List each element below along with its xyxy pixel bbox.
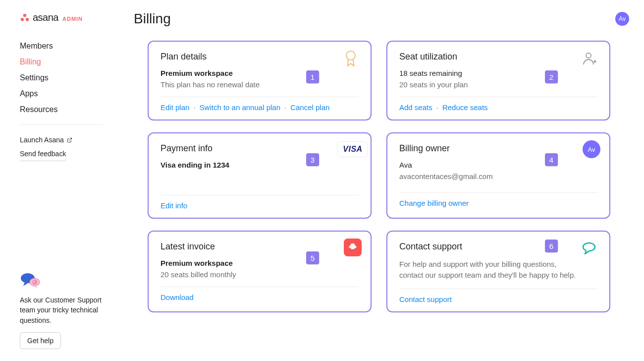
owner-name: Ava (399, 161, 597, 169)
card-billing-owner: Av 4 Billing owner Ava avacontentaces@gm… (386, 132, 610, 219)
sidebar-separator (20, 124, 103, 125)
plan-renewal: This plan has no renewal date (161, 80, 359, 89)
edit-plan-link[interactable]: Edit plan (161, 103, 189, 112)
svg-point-0 (23, 13, 27, 17)
cancel-plan-link[interactable]: Cancel plan (290, 103, 329, 112)
svg-point-5 (30, 278, 40, 286)
card-title: Seat utilization (399, 52, 597, 62)
get-help-button[interactable]: Get help (20, 332, 61, 349)
card-actions: Edit plan · Switch to an annual plan · C… (161, 97, 359, 112)
card-latest-invoice: 5 Latest invoice Premium workspace 20 se… (148, 231, 372, 312)
seats-total: 20 seats in your plan (399, 80, 597, 89)
callout-badge-4: 4 (545, 153, 558, 166)
card-title: Latest invoice (161, 241, 359, 252)
card-actions: Download (161, 287, 359, 301)
launch-asana-link[interactable]: Launch Asana (20, 133, 119, 147)
sidebar-item-apps[interactable]: Apps (20, 86, 119, 102)
card-actions: Contact support (399, 289, 597, 303)
card-actions: Change billing owner (399, 192, 597, 207)
help-text: Ask our Customer Support team your trick… (20, 295, 109, 325)
send-feedback-link[interactable]: Send feedback (20, 147, 66, 161)
sidebar: asana ADMIN Members Billing Settings App… (0, 0, 119, 361)
callout-badge-5: 5 (306, 251, 319, 264)
chat-bubbles-icon (20, 272, 109, 287)
callout-badge-3: 3 (306, 153, 319, 166)
support-body: For help and support with your billing q… (399, 259, 583, 281)
edit-payment-link[interactable]: Edit info (161, 201, 187, 210)
card-last4: Visa ending in 1234 (161, 161, 359, 169)
card-title: Billing owner (399, 143, 597, 154)
card-contact-support: 6 Contact support For help and support w… (386, 231, 610, 312)
user-avatar[interactable]: Av (615, 12, 629, 26)
owner-avatar-wrap: Av (583, 140, 600, 158)
card-actions: Edit info (161, 195, 359, 210)
help-block: Ask our Customer Support team your trick… (20, 272, 109, 349)
billing-grid: 1 Plan details Premium workspace This pl… (148, 41, 610, 312)
reduce-seats-link[interactable]: Reduce seats (442, 103, 488, 112)
svg-line-3 (69, 138, 71, 140)
brand-logo: asana ADMIN (20, 12, 119, 23)
visa-card-icon: VISA (344, 140, 362, 158)
seats-remaining: 18 seats remaining (399, 69, 597, 77)
invoice-plan: Premium workspace (161, 259, 359, 267)
card-title: Contact support (399, 241, 597, 252)
callout-badge-1: 1 (306, 70, 319, 83)
card-plan-details: 1 Plan details Premium workspace This pl… (148, 41, 372, 120)
ribbon-badge-icon (342, 50, 360, 67)
asana-dots-icon (20, 13, 30, 23)
svg-point-6 (346, 51, 355, 60)
add-seats-link[interactable]: Add seats (399, 103, 432, 112)
brand-name: asana (33, 12, 58, 23)
card-seat-utilization: 2 Seat utilization 18 seats remaining 20… (386, 41, 610, 120)
page-title: Billing (134, 11, 171, 27)
chat-bubble-icon (581, 240, 598, 257)
sidebar-nav: Members Billing Settings Apps Resources (20, 38, 119, 118)
sidebar-item-resources[interactable]: Resources (20, 102, 119, 118)
invoice-desc: 20 seats billed monthly (161, 270, 359, 279)
plan-name: Premium workspace (161, 69, 359, 77)
pdf-icon (344, 239, 362, 256)
topbar: Billing Av (134, 11, 629, 27)
callout-badge-6: 6 (545, 240, 558, 252)
sidebar-item-billing[interactable]: Billing (20, 54, 119, 70)
visa-logo: VISA (337, 141, 368, 157)
svg-point-7 (586, 53, 591, 58)
callout-badge-2: 2 (545, 70, 558, 83)
external-link-icon (67, 137, 72, 143)
launch-asana-label: Launch Asana (20, 136, 64, 144)
card-payment-info: VISA 3 Payment info Visa ending in 1234 … (148, 132, 372, 219)
svg-point-1 (21, 18, 24, 21)
card-title: Plan details (161, 52, 359, 62)
sidebar-item-members[interactable]: Members (20, 38, 119, 54)
download-invoice-link[interactable]: Download (161, 293, 194, 301)
brand-admin-tag: ADMIN (62, 16, 83, 22)
card-title: Payment info (161, 143, 359, 154)
switch-plan-link[interactable]: Switch to an annual plan (200, 103, 280, 112)
owner-avatar: Av (583, 140, 600, 158)
sidebar-item-settings[interactable]: Settings (20, 70, 119, 86)
svg-point-2 (26, 18, 29, 21)
card-actions: Add seats · Reduce seats (399, 97, 597, 112)
add-user-icon (581, 50, 598, 67)
contact-support-link[interactable]: Contact support (399, 295, 452, 303)
change-owner-link[interactable]: Change billing owner (399, 199, 469, 207)
owner-email: avacontentaces@gmail.com (399, 172, 597, 180)
